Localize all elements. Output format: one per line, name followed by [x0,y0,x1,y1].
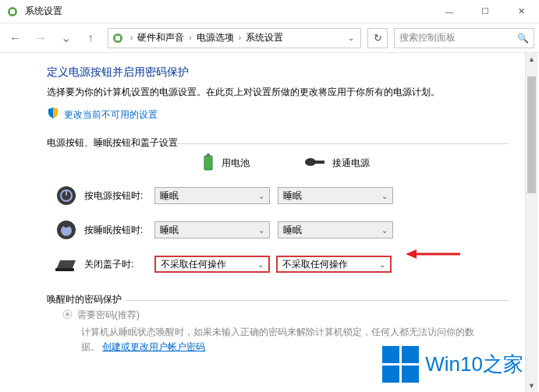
title-bar: 系统设置 — ☐ ✕ [0,0,539,23]
page-title: 定义电源按钮并启用密码保护 [47,65,508,79]
section-divider [125,300,508,301]
shield-row: 更改当前不可用的设置 [47,107,508,122]
close-button[interactable]: ✕ [503,0,539,23]
scroll-down-icon[interactable]: ▼ [526,380,537,392]
row-label: 按睡眠按钮时: [84,224,154,237]
page-subtitle: 选择要为你的计算机设置的电源设置。在此页上对设置所做的更改将应用于你所有的电源计… [47,86,508,99]
search-icon: 🔍 [517,33,529,44]
battery-icon [203,154,214,173]
search-input[interactable]: 搜索控制面板 🔍 [394,28,534,48]
row-label: 按电源按钮时: [84,189,154,203]
create-password-link[interactable]: 创建或更改用户帐户密码 [102,341,205,352]
row-sleep-button: 按睡眠按钮时: 睡眠⌄ 睡眠⌄ [47,218,508,242]
back-button[interactable]: ← [5,27,27,49]
content-area: 定义电源按钮并启用密码保护 选择要为你的计算机设置的电源设置。在此页上对设置所做… [0,53,539,392]
radio-need-password: 需要密码(推荐) [62,309,508,322]
plugged-header: 接通电源 [304,154,370,173]
maximize-button[interactable]: ☐ [467,0,503,23]
breadcrumb-dropdown[interactable]: ⌄ [343,34,359,42]
lid-icon [55,253,78,276]
sleep-icon [55,218,78,242]
breadcrumb[interactable]: › 硬件和声音 › 电源选项 › 系统设置 ⌄ [108,28,361,48]
watermark-text: Win10之家 [425,351,523,378]
refresh-button[interactable]: ↻ [367,28,388,48]
windows-logo-icon [382,346,419,383]
window-title: 系统设置 [25,5,431,18]
svg-rect-7 [315,161,324,164]
svg-rect-1 [10,9,15,14]
svg-rect-12 [55,268,74,271]
column-headers: 用电池 接通电源 [203,154,508,173]
power-icon [55,184,78,207]
scroll-thumb[interactable] [527,76,536,193]
forward-button[interactable]: → [30,27,51,49]
app-icon [6,5,19,18]
scroll-up-icon[interactable]: ▲ [526,53,537,65]
shield-icon [47,107,59,122]
row-label: 关闭盖子时: [84,258,154,271]
nav-dropdown-button[interactable]: ⌄ [55,27,76,49]
plug-icon [304,157,324,170]
svg-point-6 [305,158,316,166]
minimize-button[interactable]: — [431,0,467,23]
svg-marker-14 [406,249,417,259]
svg-point-16 [66,313,69,316]
sleep-battery-select[interactable]: 睡眠⌄ [154,221,270,238]
power-plugged-select[interactable]: 睡眠⌄ [278,187,393,204]
lid-plugged-select[interactable]: 不采取任何操作⌄ [276,256,392,273]
crumb-0[interactable]: 硬件和声音 [136,28,186,48]
breadcrumb-sep: › [127,34,136,42]
up-button[interactable]: ↑ [80,27,101,49]
svg-rect-3 [115,36,120,41]
row-power-button: 按电源按钮时: 睡眠⌄ 睡眠⌄ [47,184,508,207]
battery-header: 用电池 [203,154,250,173]
section-divider [172,143,508,144]
annotation-arrow [406,246,460,262]
nav-bar: ← → ⌄ ↑ › 硬件和声音 › 电源选项 › 系统设置 ⌄ ↻ 搜索控制面板… [0,23,539,53]
lid-battery-select[interactable]: 不采取任何操作⌄ [154,256,270,273]
breadcrumb-icon [110,30,126,46]
watermark: Win10之家 [382,346,523,383]
svg-rect-5 [204,156,212,170]
scrollbar[interactable]: ▲ ▼ [525,53,537,392]
window-controls: — ☐ ✕ [431,0,539,23]
power-battery-select[interactable]: 睡眠⌄ [154,187,270,204]
search-placeholder: 搜索控制面板 [399,31,456,44]
sleep-plugged-select[interactable]: 睡眠⌄ [278,221,393,238]
crumb-1[interactable]: 电源选项 [195,28,236,48]
radio-icon [62,309,73,322]
radio-label: 需要密码(推荐) [77,309,140,322]
change-settings-link[interactable]: 更改当前不可用的设置 [64,108,158,122]
crumb-2[interactable]: 系统设置 [244,28,285,48]
